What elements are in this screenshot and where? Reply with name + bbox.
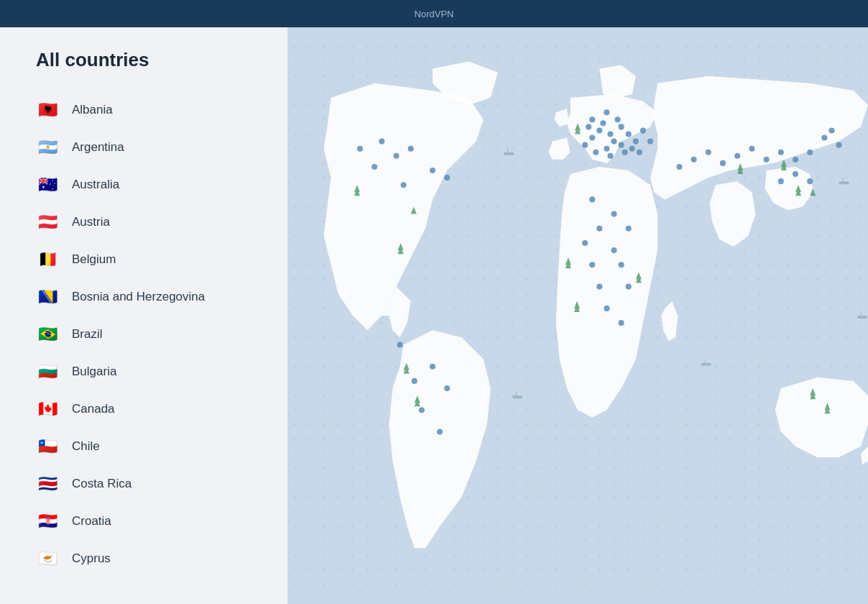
svg-point-46	[611, 247, 617, 253]
app-title: NordVPN	[415, 9, 454, 19]
svg-point-4	[607, 131, 613, 137]
svg-point-56	[408, 146, 414, 152]
svg-point-48	[619, 262, 624, 267]
country-name-canada: Canada	[72, 402, 115, 416]
country-name-albania: Albania	[72, 103, 113, 117]
svg-rect-99	[701, 363, 711, 366]
country-item-canada[interactable]: 🇨🇦Canada	[36, 390, 273, 428]
flag-belgium: 🇧🇪	[36, 248, 59, 271]
svg-point-13	[600, 120, 606, 126]
svg-rect-104	[861, 312, 862, 316]
country-item-bulgaria[interactable]: 🇧🇬Bulgaria	[36, 353, 273, 390]
svg-point-15	[582, 142, 588, 148]
country-name-cyprus: Cyprus	[72, 552, 111, 566]
svg-point-37	[828, 127, 834, 133]
svg-point-44	[596, 226, 602, 232]
svg-rect-97	[512, 395, 522, 398]
country-item-costarica[interactable]: 🇨🇷Costa Rica	[36, 465, 273, 503]
country-item-croatia[interactable]: 🇭🇷Croatia	[36, 503, 273, 540]
svg-rect-95	[504, 152, 514, 155]
svg-point-7	[604, 146, 609, 152]
country-name-belgium: Belgium	[72, 252, 116, 267]
svg-point-18	[622, 150, 628, 155]
svg-point-45	[582, 240, 588, 246]
country-item-albania[interactable]: 🇦🇱Albania	[36, 91, 273, 129]
svg-point-29	[734, 153, 740, 159]
svg-point-12	[589, 135, 595, 141]
svg-point-38	[793, 171, 798, 177]
svg-point-25	[676, 164, 682, 170]
svg-point-60	[444, 175, 450, 180]
flag-argentina: 🇦🇷	[36, 136, 59, 159]
svg-point-63	[412, 378, 417, 384]
svg-point-24	[589, 116, 595, 122]
svg-point-61	[397, 342, 403, 347]
flag-brazil: 🇧🇷	[36, 323, 59, 346]
svg-point-47	[589, 262, 595, 267]
svg-point-58	[401, 182, 407, 188]
svg-point-11	[640, 127, 646, 133]
country-name-argentina: Argentina	[72, 140, 124, 155]
country-name-costarica: Costa Rica	[72, 477, 131, 491]
flag-austria: 🇦🇹	[36, 211, 59, 234]
svg-rect-100	[705, 360, 706, 364]
country-item-belgium[interactable]: 🇧🇪Belgium	[36, 241, 273, 278]
svg-point-5	[619, 124, 624, 129]
svg-point-42	[611, 211, 617, 217]
svg-point-49	[626, 284, 632, 290]
svg-point-43	[626, 226, 632, 232]
sidebar: All countries 🇦🇱Albania🇦🇷Argentina🇦🇺Aust…	[0, 27, 287, 604]
svg-point-22	[637, 150, 642, 155]
svg-point-53	[357, 146, 363, 152]
svg-point-36	[836, 142, 842, 148]
svg-point-21	[647, 139, 653, 145]
flag-chile: 🇨🇱	[36, 435, 59, 458]
country-item-argentina[interactable]: 🇦🇷Argentina	[36, 129, 273, 166]
country-name-austria: Austria	[72, 215, 110, 229]
flag-croatia: 🇭🇷	[36, 510, 59, 533]
svg-point-19	[629, 146, 635, 152]
country-name-australia: Australia	[72, 178, 119, 192]
svg-point-3	[596, 127, 602, 133]
svg-point-16	[593, 150, 599, 155]
country-name-chile: Chile	[72, 439, 100, 454]
flag-albania: 🇦🇱	[36, 99, 59, 122]
svg-point-64	[444, 385, 450, 391]
country-item-bosnia[interactable]: 🇧🇦Bosnia and Herzegovina	[36, 278, 273, 316]
svg-point-26	[691, 157, 697, 163]
flag-bulgaria: 🇧🇬	[36, 360, 59, 383]
svg-point-39	[807, 178, 813, 184]
flag-canada: 🇨🇦	[36, 398, 59, 421]
svg-rect-101	[839, 181, 849, 184]
svg-point-66	[437, 429, 443, 435]
country-item-australia[interactable]: 🇦🇺Australia	[36, 166, 273, 203]
svg-point-34	[807, 150, 813, 155]
svg-point-9	[626, 131, 632, 137]
svg-point-23	[604, 109, 609, 115]
svg-point-54	[379, 139, 384, 145]
svg-rect-103	[857, 316, 867, 319]
svg-point-8	[619, 142, 624, 148]
svg-point-20	[607, 153, 613, 159]
country-item-brazil[interactable]: 🇧🇷Brazil	[36, 316, 273, 353]
svg-point-31	[764, 157, 770, 163]
svg-point-62	[430, 364, 435, 370]
svg-point-17	[586, 124, 591, 129]
country-name-bulgaria: Bulgaria	[72, 365, 116, 379]
country-item-austria[interactable]: 🇦🇹Austria	[36, 203, 273, 241]
svg-point-55	[393, 153, 399, 159]
svg-point-59	[430, 168, 435, 173]
flag-costarica: 🇨🇷	[36, 472, 59, 495]
svg-point-32	[778, 150, 784, 155]
country-item-cyprus[interactable]: 🇨🇾Cyprus	[36, 540, 273, 577]
svg-rect-96	[507, 149, 508, 153]
svg-point-51	[604, 306, 609, 311]
svg-point-27	[706, 150, 711, 155]
flag-australia: 🇦🇺	[36, 173, 59, 196]
svg-point-57	[371, 164, 377, 170]
main-container: All countries 🇦🇱Albania🇦🇷Argentina🇦🇺Aust…	[0, 27, 868, 604]
country-name-croatia: Croatia	[72, 514, 111, 528]
svg-point-30	[749, 146, 754, 152]
country-item-chile[interactable]: 🇨🇱Chile	[36, 428, 273, 465]
title-bar: NordVPN	[0, 0, 868, 27]
